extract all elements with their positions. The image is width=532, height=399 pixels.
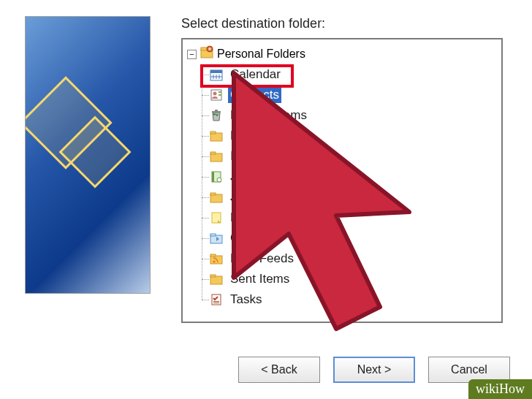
- tree-item-label: Deleted Items: [228, 107, 309, 123]
- folder-icon: [209, 272, 224, 286]
- folder-icon: [209, 190, 224, 205]
- folder-icon: [209, 129, 224, 143]
- import-export-wizard-dialog: Select destination folder: − Personal Fo…: [0, 0, 532, 399]
- svg-point-10: [213, 92, 217, 96]
- tree-root-item[interactable]: − Personal Folders: [187, 45, 497, 63]
- svg-point-29: [213, 261, 216, 263]
- svg-rect-13: [212, 111, 221, 113]
- svg-rect-16: [210, 132, 216, 134]
- svg-rect-4: [210, 70, 222, 73]
- back-button[interactable]: < Back: [238, 357, 320, 383]
- folder-icon: [209, 149, 224, 164]
- wikihow-watermark: wikiHow: [468, 379, 532, 399]
- svg-rect-23: [210, 193, 216, 195]
- tree-item-journal[interactable]: Journal: [209, 167, 497, 187]
- svg-rect-30: [210, 276, 222, 284]
- tasks-icon: [209, 292, 224, 307]
- tree-item-label: Junk E-mail: [228, 189, 297, 205]
- svg-point-21: [217, 178, 221, 182]
- tree-item-label: Drafts: [228, 128, 265, 144]
- tree-item-tasks[interactable]: Tasks: [209, 289, 497, 310]
- svg-rect-15: [210, 133, 222, 141]
- tree-item-drafts[interactable]: Drafts: [209, 126, 497, 146]
- svg-rect-26: [210, 234, 216, 236]
- wizard-sidebar-graphic: [25, 16, 151, 294]
- svg-rect-1: [201, 48, 207, 50]
- tree-item-label: Notes: [228, 210, 265, 226]
- tree-item-label: Tasks: [228, 292, 264, 308]
- expand-collapse-toggle[interactable]: −: [187, 50, 197, 59]
- tree-item-label: Contacts: [228, 87, 281, 103]
- svg-rect-12: [218, 94, 221, 96]
- svg-rect-22: [210, 194, 222, 202]
- svg-rect-34: [213, 303, 219, 303]
- svg-rect-11: [218, 91, 221, 93]
- tree-item-calendar[interactable]: Calendar: [209, 64, 497, 85]
- folder-tree-panel[interactable]: − Personal Folders CalendarContactsDelet…: [181, 38, 503, 323]
- tree-item-label: Journal: [228, 169, 273, 185]
- tree-item-label: Outbox: [228, 230, 273, 246]
- next-button[interactable]: Next >: [333, 357, 415, 383]
- outbox-icon: [209, 231, 224, 246]
- tree-item-label: Inbox: [228, 148, 263, 164]
- personal-folders-icon: [200, 45, 214, 63]
- tree-item-junk-e-mail[interactable]: Junk E-mail: [209, 187, 497, 208]
- trash-icon: [209, 108, 224, 123]
- journal-icon: [209, 170, 224, 184]
- contacts-icon: [209, 88, 224, 102]
- tree-item-label: RSS Feeds: [228, 251, 296, 267]
- tree-item-outbox[interactable]: Outbox: [209, 228, 497, 248]
- tree-item-deleted-items[interactable]: Deleted Items: [209, 105, 497, 126]
- svg-rect-14: [215, 110, 218, 111]
- wizard-button-row: < Back Next > Cancel: [0, 357, 532, 383]
- svg-rect-31: [210, 275, 216, 277]
- tree-item-contacts[interactable]: Contacts: [209, 85, 497, 105]
- svg-rect-18: [210, 152, 216, 154]
- svg-rect-24: [212, 213, 221, 223]
- tree-item-rss-feeds[interactable]: RSS Feeds: [209, 248, 497, 269]
- svg-rect-33: [213, 301, 219, 302]
- svg-rect-20: [212, 172, 214, 182]
- tree-item-sent-items[interactable]: Sent Items: [209, 269, 497, 289]
- calendar-icon: [209, 67, 224, 82]
- instruction-label: Select destination folder:: [181, 16, 325, 31]
- tree-item-label: Calendar: [228, 66, 283, 83]
- tree-item-notes[interactable]: Notes: [209, 208, 497, 228]
- tree-root-label: Personal Folders: [217, 48, 305, 61]
- svg-rect-28: [210, 254, 216, 256]
- tree-item-label: Sent Items: [228, 271, 292, 287]
- rss-icon: [209, 251, 224, 266]
- notes-icon: [209, 210, 224, 225]
- tree-item-inbox[interactable]: Inbox: [209, 146, 497, 167]
- svg-rect-17: [210, 153, 222, 162]
